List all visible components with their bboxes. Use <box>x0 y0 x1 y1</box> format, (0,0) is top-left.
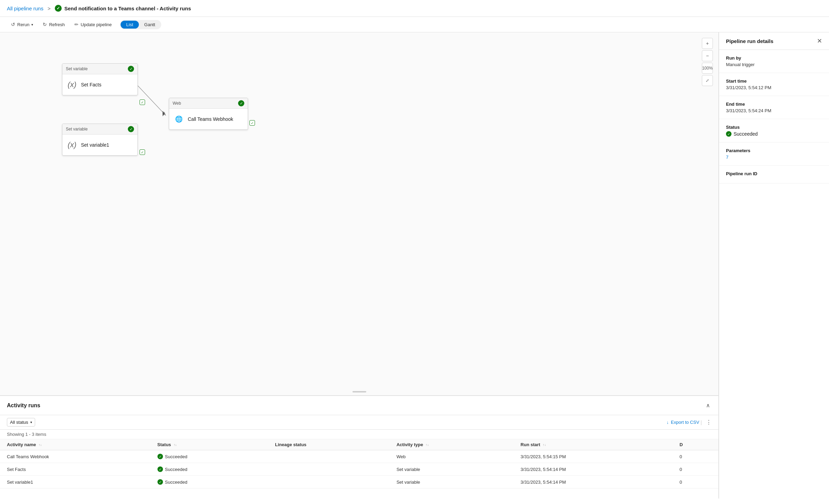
set-facts-check: ✓ <box>140 99 145 105</box>
zoom-out-button[interactable]: − <box>702 50 713 61</box>
toolbar: ↺ Rerun ▾ ↻ Refresh ✏ Update pipeline Li… <box>0 17 829 32</box>
call-teams-webhook-node[interactable]: Web ✓ 🌐 Call Teams Webhook <box>169 98 248 130</box>
table-row[interactable]: Set Facts ✓ Succeeded Set variable 3/31/… <box>0 463 718 476</box>
cell-lineage <box>268 450 389 463</box>
set-facts-success-icon: ✓ <box>128 66 134 72</box>
cell-run-start: 3/31/2023, 5:54:15 PM <box>514 450 673 463</box>
showing-info: Showing 1 - 3 items <box>0 430 718 439</box>
page-header: All pipeline runs > ✓ Send notification … <box>0 0 829 17</box>
breadcrumb-link[interactable]: All pipeline runs <box>7 6 43 11</box>
pipeline-run-id-section: Pipeline run ID <box>719 166 829 183</box>
refresh-button[interactable]: ↻ Refresh <box>39 20 69 29</box>
view-toggle: List Gantt <box>120 20 161 29</box>
parameters-label: Parameters <box>726 148 822 153</box>
cell-activity-name: Set variable1 <box>0 476 151 489</box>
main-container: + − 100% ⤢ Set variable ✓ (x) Set Facts … <box>0 32 829 498</box>
table-row[interactable]: Call Teams Webhook ✓ Succeeded Web 3/31/… <box>0 450 718 463</box>
row-status-text: Succeeded <box>165 454 187 459</box>
row-status-text: Succeeded <box>165 480 187 485</box>
run-by-section: Run by Manual trigger <box>719 50 829 73</box>
export-csv-button[interactable]: ↓ Export to CSV <box>666 420 699 425</box>
panel-header: Pipeline run details ✕ <box>719 32 829 50</box>
pipeline-success-icon: ✓ <box>55 5 62 12</box>
runs-tbody: Call Teams Webhook ✓ Succeeded Web 3/31/… <box>0 450 718 489</box>
col-type[interactable]: Activity type ↑↓ <box>390 439 514 450</box>
cell-run-start: 3/31/2023, 5:54:14 PM <box>514 476 673 489</box>
end-time-label: End time <box>726 102 822 107</box>
row-status-icon: ✓ <box>157 454 163 459</box>
set-variable1-icon: (x) <box>66 139 78 150</box>
rerun-icon: ↺ <box>11 22 15 27</box>
section-title: Activity runs <box>7 402 40 409</box>
cell-d: 0 <box>673 476 718 489</box>
close-panel-button[interactable]: ✕ <box>817 38 822 44</box>
cell-lineage <box>268 476 389 489</box>
status-label: Status <box>726 125 822 130</box>
sort-icon-run-start: ↑↓ <box>543 443 546 447</box>
set-facts-node[interactable]: Set variable ✓ (x) Set Facts <box>62 63 138 95</box>
fullscreen-button[interactable]: ⤢ <box>702 75 713 86</box>
table-scroll[interactable]: Activity name ↑↓ Status ↑↓ Lineage statu… <box>0 439 718 498</box>
filter-bar: All status ▾ ↓ Export to CSV | ⋮ <box>0 415 718 430</box>
update-pipeline-button[interactable]: ✏ Update pipeline <box>70 20 116 29</box>
gantt-view-button[interactable]: Gantt <box>139 21 161 29</box>
status-filter-dropdown[interactable]: All status ▾ <box>7 418 35 427</box>
sort-icon-type: ↑↓ <box>426 443 429 447</box>
col-d: D <box>673 439 718 450</box>
webhook-success-icon: ✓ <box>238 100 244 106</box>
set-variable1-success-icon: ✓ <box>128 126 134 132</box>
row-status-icon: ✓ <box>157 466 163 472</box>
set-variable1-check: ✓ <box>140 149 145 155</box>
cell-type: Web <box>390 450 514 463</box>
fit-view-button[interactable]: 100% <box>702 63 713 74</box>
panel-status-icon: ✓ <box>726 131 731 137</box>
cell-status: ✓ Succeeded <box>151 450 268 463</box>
canvas-controls: + − 100% ⤢ <box>702 38 713 86</box>
zoom-in-button[interactable]: + <box>702 38 713 49</box>
start-time-section: Start time 3/31/2023, 5:54:12 PM <box>719 73 829 96</box>
collapse-button[interactable]: ∧ <box>705 401 712 410</box>
right-panel: Pipeline run details ✕ Run by Manual tri… <box>719 32 829 498</box>
start-time-value: 3/31/2023, 5:54:12 PM <box>726 85 822 90</box>
list-view-button[interactable]: List <box>121 21 139 29</box>
status-section: Status ✓ Succeeded <box>719 119 829 143</box>
col-status[interactable]: Status ↑↓ <box>151 439 268 450</box>
table-header-row: Activity name ↑↓ Status ↑↓ Lineage statu… <box>0 439 718 450</box>
cell-d: 0 <box>673 463 718 476</box>
col-activity-name[interactable]: Activity name ↑↓ <box>0 439 151 450</box>
end-time-section: End time 3/31/2023, 5:54:24 PM <box>719 96 829 119</box>
canvas-area: + − 100% ⤢ Set variable ✓ (x) Set Facts … <box>0 32 719 498</box>
pipeline-run-id-label: Pipeline run ID <box>726 171 822 176</box>
parameters-section: Parameters 7 <box>719 143 829 166</box>
rerun-button[interactable]: ↺ Rerun ▾ <box>7 20 37 29</box>
parameters-value[interactable]: 7 <box>726 155 822 160</box>
canvas-resize-handle[interactable] <box>352 391 366 392</box>
download-icon: ↓ <box>666 420 669 425</box>
webhook-check: ✓ <box>249 120 255 126</box>
col-lineage: Lineage status <box>268 439 389 450</box>
pipeline-canvas[interactable]: + − 100% ⤢ Set variable ✓ (x) Set Facts … <box>0 32 718 395</box>
row-status-icon: ✓ <box>157 479 163 485</box>
activity-runs-table: Activity name ↑↓ Status ↑↓ Lineage statu… <box>0 439 718 489</box>
sort-icon-status: ↑↓ <box>174 443 177 447</box>
cell-d: 0 <box>673 450 718 463</box>
set-variable1-node[interactable]: Set variable ✓ (x) Set variable1 <box>62 124 138 156</box>
breadcrumb-separator: > <box>48 6 51 11</box>
edit-icon: ✏ <box>74 22 79 27</box>
col-run-start[interactable]: Run start ↑↓ <box>514 439 673 450</box>
more-options-button[interactable]: ⋮ <box>706 419 712 426</box>
start-time-label: Start time <box>726 78 822 84</box>
row-status-text: Succeeded <box>165 467 187 472</box>
panel-title: Pipeline run details <box>726 38 774 44</box>
section-header: Activity runs ∧ <box>0 396 718 415</box>
page-title: ✓ Send notification to a Teams channel -… <box>55 5 191 12</box>
run-by-label: Run by <box>726 55 822 61</box>
cell-type: Set variable <box>390 463 514 476</box>
cell-type: Set variable <box>390 476 514 489</box>
svg-marker-1 <box>163 111 165 116</box>
cell-status: ✓ Succeeded <box>151 476 268 489</box>
cell-status: ✓ Succeeded <box>151 463 268 476</box>
activity-runs-section: Activity runs ∧ All status ▾ ↓ Export to… <box>0 395 718 498</box>
table-row[interactable]: Set variable1 ✓ Succeeded Set variable 3… <box>0 476 718 489</box>
refresh-icon: ↻ <box>43 22 47 27</box>
